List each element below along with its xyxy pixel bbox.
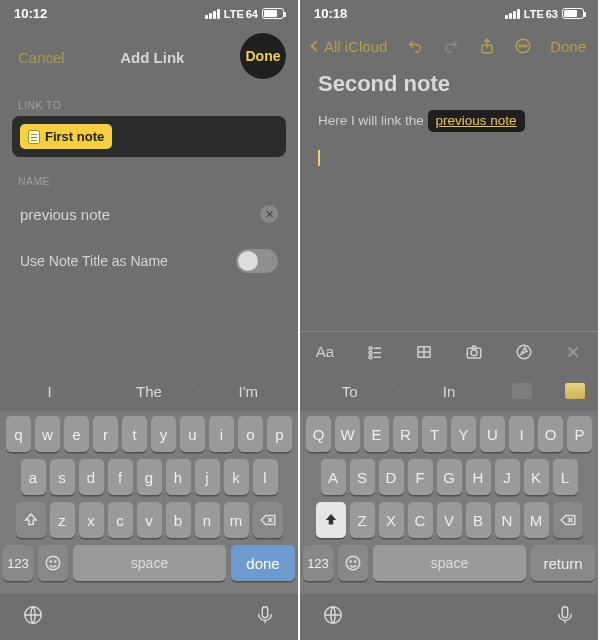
svg-point-9 bbox=[525, 45, 527, 47]
key-n[interactable]: n bbox=[195, 502, 220, 538]
back-label: All iCloud bbox=[324, 38, 387, 55]
key-g[interactable]: G bbox=[437, 459, 462, 495]
suggestion-2[interactable]: In bbox=[399, 383, 498, 400]
use-title-toggle[interactable] bbox=[236, 249, 278, 273]
key-f[interactable]: F bbox=[408, 459, 433, 495]
camera-button[interactable] bbox=[449, 343, 499, 361]
emoji-key[interactable] bbox=[38, 545, 68, 581]
shift-key[interactable] bbox=[16, 502, 46, 538]
done-key[interactable]: done bbox=[231, 545, 295, 581]
key-s[interactable]: s bbox=[50, 459, 75, 495]
key-p[interactable]: P bbox=[567, 416, 592, 452]
suggestion-2[interactable]: The bbox=[99, 383, 198, 400]
globe-key[interactable] bbox=[22, 604, 44, 630]
dictation-key[interactable] bbox=[254, 604, 276, 630]
dictation-key[interactable] bbox=[554, 604, 576, 630]
back-button[interactable]: All iCloud bbox=[312, 38, 387, 55]
key-l[interactable]: L bbox=[553, 459, 578, 495]
done-button[interactable]: Done bbox=[550, 38, 586, 55]
checklist-button[interactable] bbox=[350, 343, 400, 361]
key-y[interactable]: y bbox=[151, 416, 176, 452]
key-o[interactable]: o bbox=[238, 416, 263, 452]
cancel-button[interactable]: Cancel bbox=[18, 49, 65, 66]
key-j[interactable]: J bbox=[495, 459, 520, 495]
suggestion-1[interactable]: To bbox=[300, 383, 399, 400]
key-t[interactable]: t bbox=[122, 416, 147, 452]
key-b[interactable]: B bbox=[466, 502, 491, 538]
key-h[interactable]: H bbox=[466, 459, 491, 495]
done-button[interactable]: Done bbox=[240, 33, 286, 79]
key-c[interactable]: c bbox=[108, 502, 133, 538]
key-o[interactable]: O bbox=[538, 416, 563, 452]
key-z[interactable]: Z bbox=[350, 502, 375, 538]
key-a[interactable]: A bbox=[321, 459, 346, 495]
key-r[interactable]: R bbox=[393, 416, 418, 452]
linked-note-chip[interactable]: First note bbox=[20, 124, 112, 149]
key-x[interactable]: x bbox=[79, 502, 104, 538]
suggestion-notes[interactable] bbox=[499, 383, 598, 399]
key-n[interactable]: N bbox=[495, 502, 520, 538]
share-button[interactable] bbox=[478, 37, 496, 55]
key-f[interactable]: f bbox=[108, 459, 133, 495]
globe-key[interactable] bbox=[322, 604, 344, 630]
table-button[interactable] bbox=[399, 343, 449, 361]
numbers-key[interactable]: 123 bbox=[3, 545, 33, 581]
numbers-key[interactable]: 123 bbox=[303, 545, 333, 581]
key-l[interactable]: l bbox=[253, 459, 278, 495]
space-key[interactable]: space bbox=[73, 545, 226, 581]
key-q[interactable]: q bbox=[6, 416, 31, 452]
key-d[interactable]: D bbox=[379, 459, 404, 495]
backspace-key[interactable] bbox=[553, 502, 583, 538]
undo-button[interactable] bbox=[406, 37, 424, 55]
clear-icon[interactable]: ✕ bbox=[260, 205, 278, 223]
space-key[interactable]: space bbox=[373, 545, 526, 581]
name-field-row[interactable]: previous note ✕ bbox=[12, 192, 286, 236]
key-i[interactable]: i bbox=[209, 416, 234, 452]
key-b[interactable]: b bbox=[166, 502, 191, 538]
more-button[interactable] bbox=[514, 37, 532, 55]
key-s[interactable]: S bbox=[350, 459, 375, 495]
key-k[interactable]: k bbox=[224, 459, 249, 495]
key-m[interactable]: m bbox=[224, 502, 249, 538]
backspace-key[interactable] bbox=[253, 502, 283, 538]
linkto-field[interactable]: First note bbox=[12, 116, 286, 157]
key-w[interactable]: W bbox=[335, 416, 360, 452]
key-i[interactable]: I bbox=[509, 416, 534, 452]
suggestion-1[interactable]: I bbox=[0, 383, 99, 400]
key-m[interactable]: M bbox=[524, 502, 549, 538]
shift-key[interactable] bbox=[316, 502, 346, 538]
key-v[interactable]: v bbox=[137, 502, 162, 538]
markup-button[interactable] bbox=[499, 343, 549, 361]
key-q[interactable]: Q bbox=[306, 416, 331, 452]
key-h[interactable]: h bbox=[166, 459, 191, 495]
key-w[interactable]: w bbox=[35, 416, 60, 452]
key-z[interactable]: z bbox=[50, 502, 75, 538]
key-c[interactable]: C bbox=[408, 502, 433, 538]
text-style-button[interactable]: Aa bbox=[300, 343, 350, 360]
svg-rect-21 bbox=[562, 607, 568, 618]
key-e[interactable]: e bbox=[64, 416, 89, 452]
close-format-button[interactable] bbox=[548, 343, 598, 361]
key-j[interactable]: j bbox=[195, 459, 220, 495]
note-link[interactable]: previous note bbox=[428, 110, 525, 132]
key-t[interactable]: T bbox=[422, 416, 447, 452]
key-e[interactable]: E bbox=[364, 416, 389, 452]
key-g[interactable]: g bbox=[137, 459, 162, 495]
key-u[interactable]: u bbox=[180, 416, 205, 452]
close-icon bbox=[564, 343, 582, 361]
return-key[interactable]: return bbox=[531, 545, 595, 581]
key-u[interactable]: U bbox=[480, 416, 505, 452]
key-r[interactable]: r bbox=[93, 416, 118, 452]
key-a[interactable]: a bbox=[21, 459, 46, 495]
key-x[interactable]: X bbox=[379, 502, 404, 538]
suggestion-3[interactable]: I'm bbox=[199, 383, 298, 400]
redo-button[interactable] bbox=[442, 37, 460, 55]
key-v[interactable]: V bbox=[437, 502, 462, 538]
key-d[interactable]: d bbox=[79, 459, 104, 495]
aa-icon: Aa bbox=[316, 343, 334, 360]
key-p[interactable]: p bbox=[267, 416, 292, 452]
emoji-key[interactable] bbox=[338, 545, 368, 581]
key-y[interactable]: Y bbox=[451, 416, 476, 452]
key-k[interactable]: K bbox=[524, 459, 549, 495]
note-body[interactable]: Second note Here I will link the previou… bbox=[300, 71, 598, 170]
